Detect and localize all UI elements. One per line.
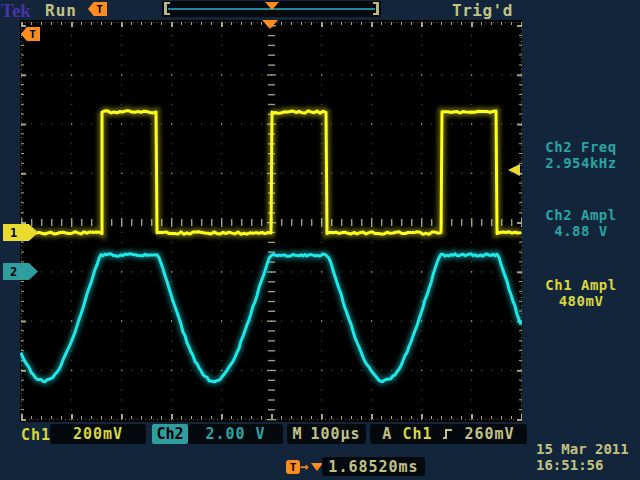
timebase-readout[interactable]: M 100µs	[287, 424, 366, 444]
datetime-display: 15 Mar 2011 16:51:56	[536, 441, 640, 473]
delay-trigger-t-icon: T	[286, 460, 300, 474]
trigger-t-label: T	[25, 29, 36, 40]
measurement-value: 2.954kHz	[522, 155, 640, 171]
trigger-position-marker-topbar: T	[88, 2, 107, 16]
ch1-scale-readout[interactable]: 200mV	[50, 424, 146, 444]
trigger-state-label: Trig'd	[452, 1, 513, 20]
waveform-display	[20, 20, 522, 422]
date-text: 15 Mar 2011	[536, 441, 640, 457]
measurement-label: Ch2 Freq	[522, 139, 640, 155]
expansion-point-triangle-icon	[262, 20, 278, 29]
measurement-label: Ch2 Ampl	[522, 207, 640, 223]
trigger-readout[interactable]: A Ch1 260mV	[370, 424, 527, 444]
ch1-marker-label: 1	[3, 227, 17, 239]
trigger-level-arrow-icon[interactable]	[508, 164, 520, 176]
measurement-label: Ch1 Ampl	[522, 277, 640, 293]
ch1-trace	[21, 111, 521, 235]
trigger-position-triangle-icon	[265, 2, 279, 10]
record-bracket-right-icon	[376, 2, 379, 15]
delay-time-readout[interactable]: 1.68520ms	[322, 457, 425, 476]
time-text: 16:51:56	[536, 457, 640, 473]
measurement-ch2-ampl: Ch2 Ampl 4.88 V	[522, 207, 640, 239]
tek-logo: Tek	[1, 0, 31, 22]
delay-arrow-icon: →	[300, 458, 308, 474]
trigger-level-value: 260mV	[464, 425, 514, 443]
measurement-ch2-freq: Ch2 Freq 2.954kHz	[522, 139, 640, 171]
ch1-channel-label[interactable]: Ch1	[21, 426, 51, 444]
trigger-t-label: T	[92, 4, 103, 15]
ch2-marker-label: 2	[3, 266, 17, 278]
acquisition-preview-bar[interactable]	[162, 1, 381, 17]
oscilloscope-screen: Tek Run T Trig'd T 1 2 Ch2 Freq 2.954kHz…	[0, 0, 640, 480]
timebase-value: 100µs	[310, 425, 360, 443]
ch2-scale-readout[interactable]: 2.00 V	[188, 424, 283, 444]
measurement-ch1-ampl: Ch1 Ampl 480mV	[522, 277, 640, 309]
measurement-value: 480mV	[522, 293, 640, 309]
timebase-label: M	[292, 425, 302, 443]
trigger-source-label: Ch1	[402, 425, 432, 443]
acquisition-status: Run	[45, 1, 77, 20]
trigger-mode-label: A	[382, 425, 392, 443]
measurement-value: 4.88 V	[522, 223, 640, 239]
ch2-channel-label[interactable]: Ch2	[152, 424, 188, 444]
ch2-trace	[21, 254, 521, 382]
record-bracket-left-icon	[164, 2, 167, 15]
rising-edge-slope-icon	[442, 427, 454, 441]
